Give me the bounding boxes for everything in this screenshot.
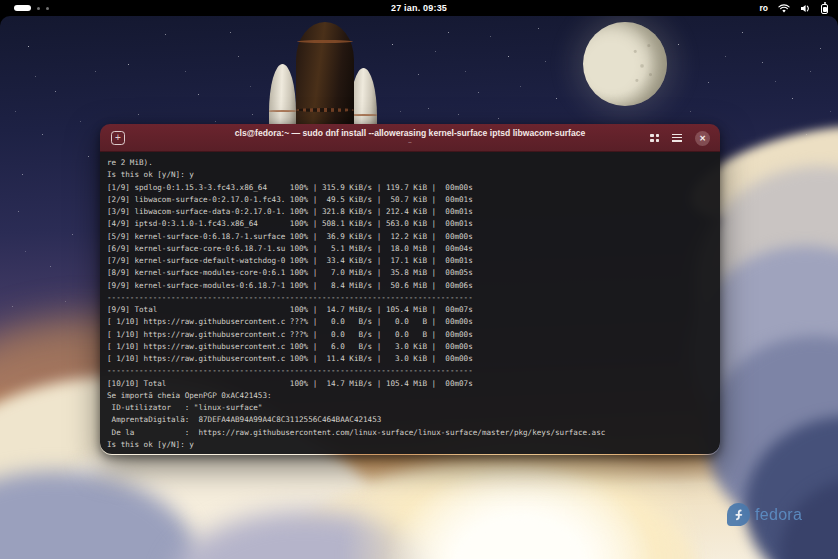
window-title: cls@fedora:~ — sudo dnf install --allowe… bbox=[160, 128, 660, 138]
clock[interactable]: 27 ian. 09:35 bbox=[0, 3, 838, 13]
terminal-line: ID-utilizator : "linux-surface" bbox=[107, 402, 720, 414]
terminal-line: [ 1/10] https://raw.githubusercontent.c … bbox=[107, 316, 720, 328]
terminal-window: + cls@fedora:~ — sudo dnf install --allo… bbox=[100, 124, 720, 455]
window-subtitle: ~ bbox=[160, 139, 660, 146]
terminal-line: Is this ok [y/N]: y bbox=[107, 439, 720, 451]
terminal-line: [ 1/10] https://raw.githubusercontent.c … bbox=[107, 341, 720, 353]
terminal-line: [7/9] kernel-surface-default-watchdog-0 … bbox=[107, 255, 720, 267]
fedora-wordmark: fedora bbox=[755, 506, 802, 524]
close-button[interactable]: ✕ bbox=[695, 131, 710, 146]
window-controls: ✕ bbox=[650, 124, 710, 152]
terminal-line: [2/9] libwacom-surface-0:2.17.0-1.fc43. … bbox=[107, 194, 720, 206]
fedora-logo: fedora bbox=[727, 503, 802, 526]
star-field bbox=[0, 16, 1, 17]
terminal-line: [3/9] libwacom-surface-data-0:2.17.0-1. … bbox=[107, 206, 720, 218]
volume-icon bbox=[800, 4, 811, 13]
terminal-line: [8/9] kernel-surface-modules-core-0:6.1 … bbox=[107, 267, 720, 279]
tab-overview-button[interactable] bbox=[650, 134, 659, 143]
moon bbox=[583, 22, 667, 106]
new-tab-plus: + bbox=[115, 132, 121, 143]
keyboard-layout-indicator: ro bbox=[760, 3, 769, 13]
window-title-area: cls@fedora:~ — sudo dnf install --allowe… bbox=[160, 128, 660, 146]
system-status-area[interactable]: ro bbox=[760, 0, 829, 16]
top-bar: 27 ian. 09:35 ro bbox=[0, 0, 838, 16]
terminal-line: [5/9] kernel-surface-0:6.18.7-1.surface … bbox=[107, 231, 720, 243]
terminal-line: [6/9] kernel-surface-core-0:6.18.7-1.su … bbox=[107, 243, 720, 255]
rocket bbox=[258, 16, 388, 140]
menu-button[interactable] bbox=[672, 134, 682, 141]
terminal-titlebar[interactable]: + cls@fedora:~ — sudo dnf install --allo… bbox=[100, 124, 720, 152]
terminal-line: AmprentaDigitală: 87DEFA4AB94A99A4C8C311… bbox=[107, 414, 720, 426]
terminal-line: [10/10] Total 100% | 14.7 MiB/s | 105.4 … bbox=[107, 378, 720, 390]
wifi-icon bbox=[778, 4, 790, 13]
rocket-nose-cone bbox=[296, 22, 354, 140]
terminal-line: re 2 MiB). bbox=[107, 157, 720, 169]
terminal-line: De la : https://raw.githubusercontent.co… bbox=[107, 427, 720, 439]
terminal-line: [4/9] iptsd-0:3.1.0-1.fc43.x86_64 100% |… bbox=[107, 218, 720, 230]
terminal-line: [9/9] Total 100% | 14.7 MiB/s | 105.4 Mi… bbox=[107, 304, 720, 316]
battery-icon bbox=[821, 4, 828, 14]
terminal-line: Is this ok [y/N]: y bbox=[107, 169, 720, 181]
terminal-content[interactable]: re 2 MiB).Is this ok [y/N]: y[1/9] spdlo… bbox=[100, 152, 720, 454]
terminal-line: Se importă cheia OpenPGP 0xAC421453: bbox=[107, 390, 720, 402]
desktop: fedora 27 ian. 09:35 ro + bbox=[0, 0, 838, 559]
terminal-line: [ 1/10] https://raw.githubusercontent.c … bbox=[107, 329, 720, 341]
new-tab-button[interactable]: + bbox=[111, 131, 125, 145]
terminal-line: [ 1/10] https://raw.githubusercontent.c … bbox=[107, 353, 720, 365]
terminal-line: ----------------------------------------… bbox=[107, 292, 720, 304]
fedora-logo-icon bbox=[727, 503, 750, 526]
terminal-line: [9/9] kernel-surface-modules-0:6.18.7-1 … bbox=[107, 280, 720, 292]
terminal-line: [1/9] spdlog-0:1.15.3-3.fc43.x86_64 100%… bbox=[107, 182, 720, 194]
close-icon: ✕ bbox=[699, 134, 706, 143]
star-field-dim bbox=[0, 16, 1, 17]
terminal-line: ----------------------------------------… bbox=[107, 365, 720, 377]
fedora-infinity-f-icon bbox=[731, 507, 746, 522]
